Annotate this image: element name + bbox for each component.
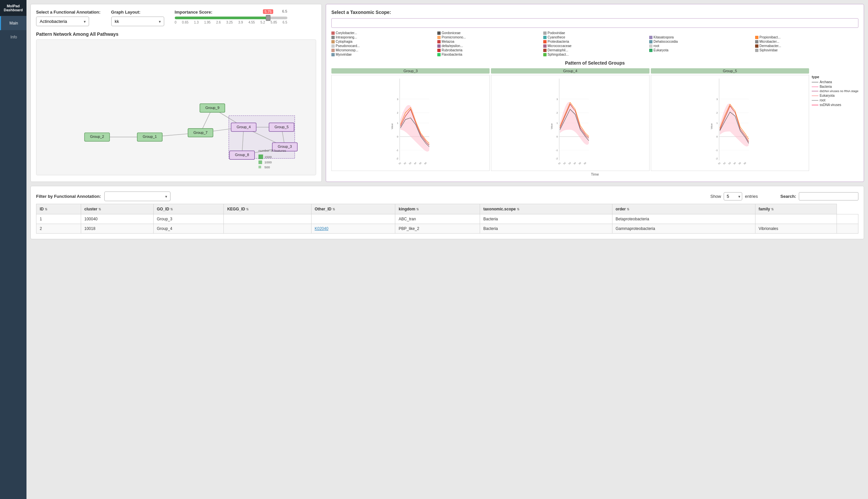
network-svg: Group_2 Group_1 Group_7 Gr <box>36 40 316 175</box>
svg-text:number of features: number of features <box>259 149 286 153</box>
svg-rect-21 <box>259 155 263 159</box>
annotation-control: Select a Functional Annotation: Actinoba… <box>36 10 101 26</box>
chart-svg-4: 3 2 1 0 -1 -2 S1 S2 S3 <box>491 75 649 171</box>
group-node-2[interactable]: Group_2 <box>85 133 110 142</box>
cell-taxonomic-scope: Gammaproteobacteria <box>612 224 755 234</box>
network-legend: number of features 1500 1000 500 <box>259 149 286 169</box>
svg-text:-1: -1 <box>715 149 717 152</box>
cell-id: 10018 <box>81 224 153 234</box>
col-header-family[interactable]: family <box>755 204 837 215</box>
taxonomic-search-input[interactable] <box>331 18 858 28</box>
type-legend-title: type <box>812 75 858 79</box>
group-node-7[interactable]: Group_7 <box>188 129 213 137</box>
group-node-8[interactable]: Group_8 <box>229 151 254 159</box>
cell-go-id <box>224 215 311 224</box>
sidebar-item-main[interactable]: Main <box>0 16 26 30</box>
cell-cluster: Group_3 <box>153 215 224 224</box>
entries-label: entries <box>745 194 758 199</box>
group-node-4[interactable]: Group_4 <box>231 123 256 132</box>
legend-item: Corylobacter... <box>331 31 435 35</box>
type-legend-item-ssdna: ssDNA viruses <box>812 103 858 107</box>
graph-layout-control: Graph Layout: kk fr circle ▼ <box>111 10 164 26</box>
col-header-other-id[interactable]: Other_ID <box>311 204 395 215</box>
svg-text:1: 1 <box>716 122 718 125</box>
legend-item: Intrasporang... <box>331 35 435 39</box>
type-legend-item-root: root <box>812 98 858 102</box>
legend-item: Propionibact... <box>755 35 858 39</box>
type-legend-item-dsdna: dsDNA viruses no RNA stage <box>812 89 858 93</box>
table-controls: Filter by Functional Annotation: Actinob… <box>36 192 858 201</box>
svg-text:S5: S5 <box>738 161 742 165</box>
svg-text:S2: S2 <box>722 161 726 165</box>
svg-text:Group_9: Group_9 <box>205 106 219 110</box>
svg-text:0: 0 <box>397 135 398 138</box>
svg-text:0: 0 <box>716 135 718 138</box>
svg-text:S5: S5 <box>418 161 422 165</box>
group-node-9[interactable]: Group_9 <box>200 104 225 112</box>
slider-value-label: 5.75 <box>263 9 273 14</box>
col-header-cluster[interactable]: cluster <box>81 204 153 215</box>
legend-item: Micrococcaceae <box>543 44 646 48</box>
main-content: Select a Functional Annotation: Actinoba… <box>26 0 868 499</box>
svg-text:2: 2 <box>556 111 558 114</box>
entries-select[interactable]: 5 10 25 50 100 <box>724 192 742 200</box>
table-row: 1 100040 Group_3 ABC_tran Bacteria Betap… <box>36 215 858 224</box>
svg-rect-23 <box>259 160 262 164</box>
legend-item: Cyanothece <box>543 35 646 39</box>
x-axis-label: Time <box>331 172 858 176</box>
legend-item: Flavobacteriia <box>437 53 541 56</box>
svg-text:1000: 1000 <box>264 160 272 164</box>
svg-text:0: 0 <box>556 135 558 138</box>
svg-text:Value: Value <box>391 123 394 129</box>
sidebar: MolPad Dashboard Main Info <box>0 0 26 499</box>
chart-title-5: Group_5 <box>651 68 809 74</box>
group-node-1[interactable]: Group_1 <box>137 133 163 142</box>
svg-text:S6: S6 <box>424 161 427 165</box>
svg-text:Group_8: Group_8 <box>235 153 249 157</box>
svg-text:3: 3 <box>397 98 398 101</box>
legend-item: Dermabacter... <box>755 44 858 48</box>
layout-select-wrapper: kk fr circle ▼ <box>111 16 164 26</box>
legend-item: Pseudonocard... <box>331 44 435 48</box>
legend-item <box>755 53 858 56</box>
svg-text:S4: S4 <box>733 161 736 165</box>
svg-text:-2: -2 <box>715 157 717 160</box>
filter-select[interactable]: Actinobacteria Proteobacteria <box>104 192 171 201</box>
cell-order: Vibrionales <box>755 224 837 234</box>
col-header-kingdom[interactable]: kingdom <box>395 204 480 215</box>
show-label: Show <box>710 194 721 199</box>
show-entries-group: Show 5 10 25 50 100 ▼ entries Search: <box>710 192 858 200</box>
col-header-taxonomic-scope[interactable]: taxonomic.scope <box>480 204 612 215</box>
chart-title-3: Group_3 <box>331 68 490 74</box>
svg-text:2: 2 <box>716 111 718 114</box>
type-legend: type Archaea Bacteria dsDNA viruses no R… <box>812 68 858 108</box>
svg-text:S2: S2 <box>563 161 566 165</box>
legend-item: Cytophagia <box>331 40 435 44</box>
top-row: Select a Functional Annotation: Actinoba… <box>30 4 864 182</box>
svg-text:S4: S4 <box>573 161 577 165</box>
search-input[interactable] <box>799 192 858 200</box>
svg-text:S6: S6 <box>583 161 587 165</box>
legend-item <box>755 31 858 35</box>
type-legend-item-archaea: Archaea <box>812 80 858 84</box>
group-node-5[interactable]: Group_5 <box>269 123 294 132</box>
col-header-order[interactable]: order <box>612 204 755 215</box>
col-header-kegg-id[interactable]: KEGG_ID <box>224 204 311 215</box>
table-header: ID cluster GO_ID KEGG_ID Other_ID kingdo… <box>36 204 858 215</box>
svg-text:Group_7: Group_7 <box>193 131 207 135</box>
kegg-link[interactable]: K02040 <box>315 226 328 231</box>
legend-item: delta/epsilon... <box>437 44 541 48</box>
cell-kegg-id <box>311 215 395 224</box>
col-header-id[interactable]: ID <box>36 204 81 215</box>
legend-item: Myoviridae <box>331 53 435 56</box>
bottom-panel: Filter by Functional Annotation: Actinob… <box>30 186 864 239</box>
sidebar-item-info[interactable]: Info <box>0 30 26 44</box>
layout-select[interactable]: kk fr circle <box>111 16 164 26</box>
app-logo: MolPad Dashboard <box>0 0 26 16</box>
svg-text:1500: 1500 <box>264 155 272 159</box>
col-header-go-id[interactable]: GO_ID <box>153 204 224 215</box>
legend-item: Gordoniceae <box>437 31 541 35</box>
chart-area-4: 3 2 1 0 -1 -2 S1 S2 S3 <box>491 75 649 171</box>
annotation-select[interactable]: Actinobacteria Proteobacteria Firmicutes <box>36 16 89 26</box>
network-title: Pattern Network Among All Pathways <box>36 32 316 37</box>
